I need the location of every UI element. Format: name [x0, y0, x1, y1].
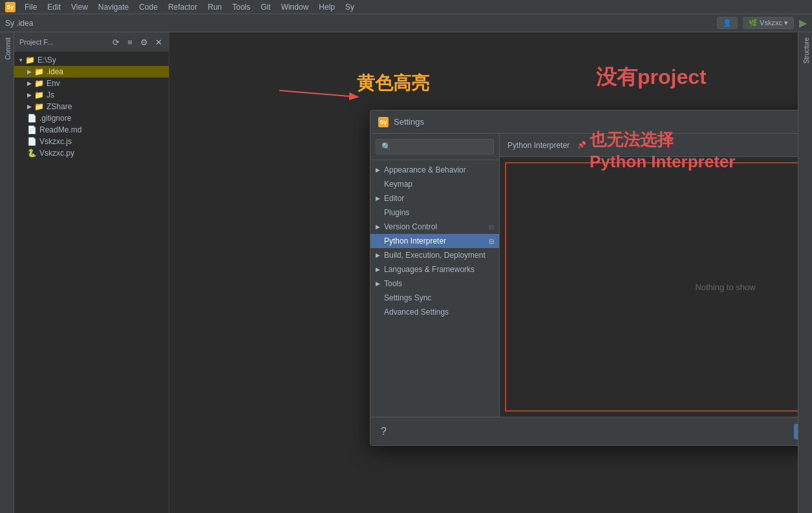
tree-item-js[interactable]: ▶ 📁 Js [14, 89, 169, 101]
menu-file[interactable]: File [21, 1, 41, 13]
vtab-structure[interactable]: Structure [798, 32, 812, 69]
menu-navigate[interactable]: Navigate [94, 1, 133, 13]
vcs-button[interactable]: 🌿 Vskzxc ▾ [743, 17, 794, 29]
run-button[interactable]: ▶ [799, 17, 807, 29]
nav-python-interpreter[interactable]: ▶ Python Interpreter ⊟ [370, 234, 499, 248]
sidebar-icon-settings[interactable]: ⚙ [139, 37, 149, 47]
settings-search-area [370, 134, 499, 160]
annotation-no-project: 没有project [596, 63, 707, 92]
version-control-pin: ⊟ [489, 224, 494, 231]
tree-item-vskzxcpy[interactable]: 🐍 Vskzxc.py [14, 147, 169, 159]
app-logo: Sy [5, 2, 16, 12]
settings-search-input[interactable] [376, 139, 494, 154]
vtab-commit[interactable]: Commit [0, 32, 14, 65]
nav-tools[interactable]: ▶ Tools [370, 277, 499, 291]
menu-view[interactable]: View [67, 1, 92, 13]
main-layout: Commit Project F... ⟳ ≡ ⚙ ✕ ▾ 📁 E:\Sy ▶ … [0, 32, 812, 513]
dialog-title-bar: Sy Settings ✕ [370, 110, 812, 134]
menu-git[interactable]: Git [257, 1, 274, 13]
menu-window[interactable]: Window [277, 1, 313, 13]
right-vtabs: Structure [798, 32, 812, 513]
dialog-logo: Sy [378, 117, 389, 127]
nav-appearance[interactable]: ▶ Appearance & Behavior [370, 163, 499, 177]
settings-panel-title: Python Interpreter [508, 141, 570, 150]
nav-settings-sync[interactable]: ▶ Settings Sync [370, 291, 499, 305]
tree-item-root[interactable]: ▾ 📁 E:\Sy [14, 54, 169, 66]
menu-sy[interactable]: Sy [341, 1, 358, 13]
sidebar-icon-collapse[interactable]: ≡ [125, 37, 135, 47]
file-tree: ▾ 📁 E:\Sy ▶ 📁 .idea ▶ 📁 Env ▶ 📁 Js ▶ [14, 52, 169, 513]
nav-languages[interactable]: ▶ Languages & Frameworks [370, 262, 499, 277]
settings-right-header: Python Interpreter 📌 ← → [500, 134, 812, 157]
sidebar-toolbar: Project F... ⟳ ≡ ⚙ ✕ [14, 32, 169, 52]
sidebar-icon-close[interactable]: ✕ [153, 37, 164, 47]
tree-item-idea[interactable]: ▶ 📁 .idea [14, 66, 169, 78]
python-interpreter-pin: ⊟ [489, 238, 494, 245]
user-button[interactable]: 👤 [717, 17, 738, 29]
dialog-body: ▶ Appearance & Behavior ▶ Keymap ▶ Edito… [370, 134, 812, 417]
sidebar-icon-sync[interactable]: ⟳ [111, 37, 121, 47]
content-area: 黄色高亮 没有project Sy Settings ✕ [169, 32, 812, 513]
dialog-footer: ? OK Cancel CSDN@十一姐 [370, 417, 812, 445]
svg-line-0 [279, 90, 357, 97]
menu-edit[interactable]: Edit [43, 1, 65, 13]
menu-bar: Sy File Edit View Navigate Code Refactor… [0, 0, 812, 14]
settings-nav-panel: ▶ Appearance & Behavior ▶ Keymap ▶ Edito… [370, 134, 500, 417]
project-sidebar: Project F... ⟳ ≡ ⚙ ✕ ▾ 📁 E:\Sy ▶ 📁 .idea… [14, 32, 169, 513]
settings-dialog: Sy Settings ✕ ▶ Appearance & Behavior [370, 110, 812, 446]
sidebar-title: Project F... [19, 38, 107, 46]
dialog-title: Settings [394, 117, 424, 127]
python-interpreter-content: Nothing to show [505, 162, 812, 412]
nothing-to-show-label: Nothing to show [695, 282, 755, 292]
tree-item-vskzxcjs[interactable]: 📄 Vskzxc.js [14, 136, 169, 147]
menu-refactor[interactable]: Refactor [164, 1, 201, 13]
tree-item-gitignore[interactable]: 📄 .gitignore [14, 112, 169, 124]
nav-plugins[interactable]: ▶ Plugins [370, 205, 499, 220]
nav-version-control[interactable]: ▶ Version Control ⊟ [370, 220, 499, 234]
nav-build[interactable]: ▶ Build, Execution, Deployment [370, 248, 499, 262]
menu-run[interactable]: Run [204, 1, 226, 13]
help-icon[interactable]: ? [381, 426, 387, 437]
annotation-yellow: 黄色高亮 [357, 71, 429, 96]
project-title: Sy .idea [5, 19, 33, 28]
settings-nav-list: ▶ Appearance & Behavior ▶ Keymap ▶ Edito… [370, 160, 499, 417]
settings-right-panel: Python Interpreter 📌 ← → Nothing to show [500, 134, 812, 417]
tree-item-env[interactable]: ▶ 📁 Env [14, 78, 169, 89]
tree-item-readme[interactable]: 📄 ReadMe.md [14, 124, 169, 136]
title-bar: Sy .idea 👤 🌿 Vskzxc ▾ ▶ [0, 14, 812, 32]
tree-item-zshare[interactable]: ▶ 📁 ZShare [14, 101, 169, 112]
left-vtabs: Commit [0, 32, 14, 513]
menu-help[interactable]: Help [315, 1, 339, 13]
menu-code[interactable]: Code [135, 1, 162, 13]
menu-tools[interactable]: Tools [228, 1, 254, 13]
pin-icon: 📌 [577, 141, 586, 149]
nav-editor[interactable]: ▶ Editor [370, 191, 499, 205]
nav-advanced-settings[interactable]: ▶ Advanced Settings [370, 305, 499, 319]
nav-keymap[interactable]: ▶ Keymap [370, 177, 499, 191]
